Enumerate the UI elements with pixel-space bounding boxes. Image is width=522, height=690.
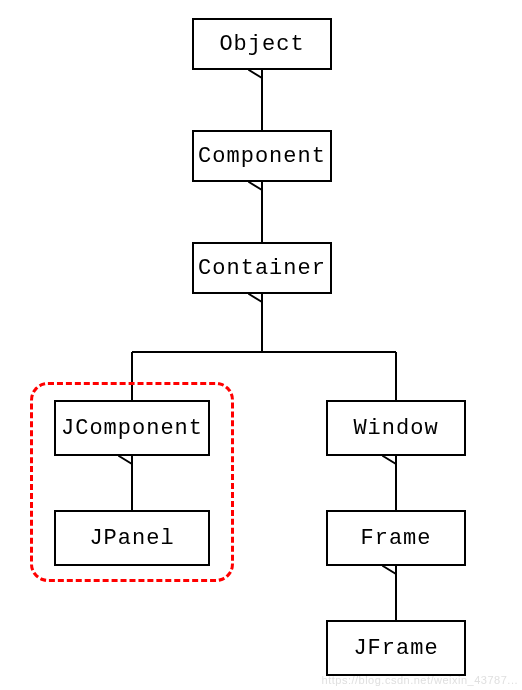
node-label: JFrame (353, 636, 438, 661)
node-label: JPanel (89, 526, 174, 551)
node-label: JComponent (61, 416, 203, 441)
node-container: Container (192, 242, 332, 294)
node-label: Frame (360, 526, 431, 551)
node-component: Component (192, 130, 332, 182)
watermark: https://blog.csdn.net/weixin_43787... (322, 674, 518, 686)
node-jcomponent: JComponent (54, 400, 210, 456)
node-frame: Frame (326, 510, 466, 566)
node-label: Object (219, 32, 304, 57)
connector-layer (0, 0, 522, 690)
node-jframe: JFrame (326, 620, 466, 676)
node-object: Object (192, 18, 332, 70)
node-label: Container (198, 256, 326, 281)
node-label: Window (353, 416, 438, 441)
node-jpanel: JPanel (54, 510, 210, 566)
node-label: Component (198, 144, 326, 169)
node-window: Window (326, 400, 466, 456)
